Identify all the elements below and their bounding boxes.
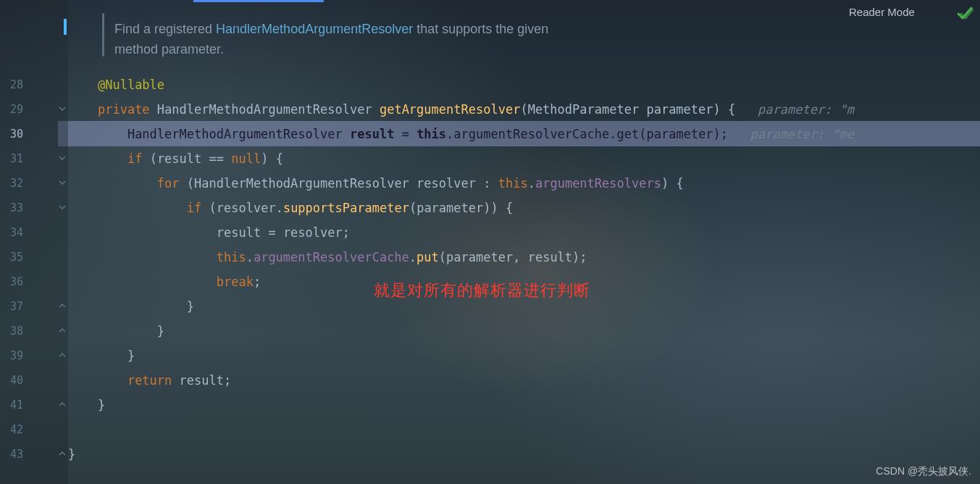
code-line[interactable]: }	[68, 393, 980, 417]
fold-toggle-icon[interactable]	[56, 319, 68, 343]
caret-gutter-mark	[64, 19, 67, 35]
fold-toggle-icon[interactable]	[56, 442, 68, 467]
line-number: 29	[0, 97, 29, 122]
overlay-annotation: 就是对所有的解析器进行判断	[374, 280, 590, 301]
fold-toggle-icon[interactable]	[56, 294, 68, 319]
line-number: 36	[0, 270, 29, 294]
editor-code-area[interactable]: @Nullable private HandlerMethodArgumentR…	[68, 72, 980, 467]
line-number: 42	[0, 417, 29, 442]
code-line[interactable]: @Nullable	[68, 72, 980, 97]
fold-toggle-icon[interactable]	[56, 97, 68, 122]
fold-gutter	[56, 72, 68, 467]
code-line[interactable]: if (result == null) {	[68, 146, 980, 171]
code-line[interactable]: result = resolver;	[68, 220, 980, 245]
line-number: 30	[0, 122, 29, 146]
inspection-ok-icon[interactable]	[956, 4, 973, 22]
code-line[interactable]: if (resolver.supportsParameter(parameter…	[68, 196, 980, 220]
line-number: 35	[0, 245, 29, 270]
line-number: 37	[0, 294, 29, 319]
active-tab-indicator	[193, 0, 324, 2]
code-line[interactable]: return result;	[68, 368, 980, 393]
fold-toggle-icon[interactable]	[56, 343, 68, 368]
code-line[interactable]: private HandlerMethodArgumentResolver ge…	[68, 97, 980, 122]
line-number: 33	[0, 196, 29, 220]
code-line[interactable]	[68, 417, 980, 442]
line-number: 32	[0, 171, 29, 196]
reader-mode-label[interactable]: Reader Mode	[849, 6, 915, 18]
editor-gutter[interactable]: 28 29 30 31 32 33 34 35 36 37 38 39 40 4…	[0, 0, 68, 484]
inlay-hint: parameter: "me	[750, 127, 854, 141]
fold-toggle-icon[interactable]	[56, 196, 68, 220]
line-numbers: 28 29 30 31 32 33 34 35 36 37 38 39 40 4…	[0, 72, 29, 467]
code-line[interactable]: }	[68, 442, 980, 467]
line-number: 34	[0, 220, 29, 245]
code-line[interactable]: }	[68, 319, 980, 343]
fold-toggle-icon[interactable]	[56, 72, 68, 97]
line-number: 41	[0, 393, 29, 417]
line-number: 38	[0, 319, 29, 343]
code-line[interactable]: for (HandlerMethodArgumentResolver resol…	[68, 171, 980, 196]
rendered-javadoc: Find a registered HandlerMethodArgumentR…	[114, 19, 548, 59]
csdn-watermark: CSDN @秃头披风侠.	[876, 465, 971, 478]
line-number: 39	[0, 343, 29, 368]
line-number: 28	[0, 72, 29, 97]
javadoc-text: method parameter.	[114, 42, 224, 57]
inlay-hint: parameter: "m	[758, 102, 854, 117]
line-number: 31	[0, 146, 29, 171]
code-line[interactable]: this.argumentResolverCache.put(parameter…	[68, 245, 980, 270]
line-number: 40	[0, 368, 29, 393]
code-line[interactable]: }	[68, 343, 980, 368]
line-number: 43	[0, 442, 29, 467]
javadoc-text: Find a registered	[114, 22, 216, 36]
fold-toggle-icon[interactable]	[56, 146, 68, 171]
javadoc-separator	[102, 13, 104, 57]
javadoc-text: that supports the given	[413, 22, 548, 36]
fold-toggle-icon[interactable]	[56, 393, 68, 417]
javadoc-type-link[interactable]: HandlerMethodArgumentResolver	[216, 22, 413, 36]
code-line-current[interactable]: HandlerMethodArgumentResolver result = t…	[68, 122, 980, 146]
fold-toggle-icon[interactable]	[56, 171, 68, 196]
annotation-token: @Nullable	[98, 78, 164, 92]
